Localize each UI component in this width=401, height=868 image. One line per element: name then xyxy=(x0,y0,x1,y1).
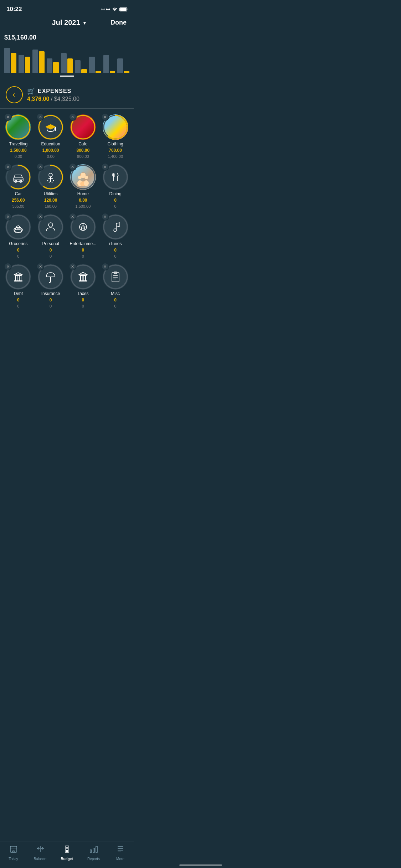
category-close-button[interactable]: ✕ xyxy=(36,163,44,171)
chart-bars xyxy=(4,44,129,73)
category-name-label: Home xyxy=(77,191,89,196)
category-name-label: Clothing xyxy=(108,141,123,146)
category-item[interactable]: ✕ Groceries00 xyxy=(3,214,34,258)
category-actual-amount: 0 xyxy=(17,298,20,303)
chevron-down-icon: ▼ xyxy=(82,20,87,26)
category-actual-amount: 120.00 xyxy=(44,198,57,203)
category-item[interactable]: ✕ Insurance00 xyxy=(35,264,66,308)
category-item[interactable]: ✕Cafe800.00900.00 xyxy=(68,114,99,159)
category-item[interactable]: ✕ Education1,000.000.00 xyxy=(35,114,66,159)
category-item[interactable]: ✕ Taxes00 xyxy=(68,264,99,308)
category-budget-amount: 1,500.00 xyxy=(75,204,91,208)
actual-bar xyxy=(124,71,129,73)
month-selector[interactable]: Jul 2021 ▼ xyxy=(52,19,87,27)
actual-bar xyxy=(39,51,45,73)
back-button[interactable]: ‹ xyxy=(6,86,23,103)
category-item[interactable]: ✕ Misc00 xyxy=(100,264,131,308)
battery-icon xyxy=(119,7,127,11)
category-budget-amount: 900.00 xyxy=(77,154,89,159)
categories-grid: ✕Travelling1,500.000.00✕ Education1,000.… xyxy=(3,114,131,308)
category-item[interactable]: ✕ Debt00 xyxy=(3,264,34,308)
category-circle-wrap: ✕ xyxy=(103,164,128,190)
actual-bar xyxy=(96,71,101,73)
category-name-label: Entertainme... xyxy=(70,241,97,246)
category-close-button[interactable]: ✕ xyxy=(69,163,77,171)
expenses-amounts: 4,376.00 / $4,325.00 xyxy=(27,96,79,102)
cart-icon: 🛒 xyxy=(27,87,35,95)
status-icons xyxy=(101,6,127,12)
category-name-label: Utilities xyxy=(44,191,58,196)
category-circle-wrap: ✕ xyxy=(70,114,96,140)
chart-total-amount: $15,160.00 xyxy=(4,34,129,41)
wifi-icon xyxy=(112,6,118,12)
bar-group xyxy=(89,57,101,73)
category-close-button[interactable]: ✕ xyxy=(101,113,109,121)
category-budget-amount: 1,400.00 xyxy=(108,154,123,159)
category-close-button[interactable]: ✕ xyxy=(69,263,77,270)
expenses-actual-amount: 4,376.00 xyxy=(27,96,49,102)
category-circle-wrap: ✕ xyxy=(70,214,96,240)
category-actual-amount: 1,500.00 xyxy=(10,148,27,153)
category-actual-amount: 0.00 xyxy=(79,198,87,203)
expenses-budget-value: $4,325.00 xyxy=(54,96,79,102)
category-actual-amount: 256.00 xyxy=(12,198,25,203)
category-item[interactable]: ✕ Dining00 xyxy=(100,164,131,208)
category-circle-wrap: ✕ xyxy=(38,264,63,290)
category-actual-amount: 0 xyxy=(114,198,117,203)
category-actual-amount: 0 xyxy=(50,298,52,303)
bar-group xyxy=(75,60,87,73)
category-name-label: iTunes xyxy=(109,241,122,246)
signal-dots xyxy=(101,9,110,10)
category-circle-wrap: ✕ xyxy=(70,164,96,190)
category-actual-amount: 1,000.00 xyxy=(42,148,59,153)
category-close-button[interactable]: ✕ xyxy=(36,113,44,121)
back-chevron-icon: ‹ xyxy=(12,90,15,99)
bar-group xyxy=(4,48,16,73)
category-budget-amount: 0.00 xyxy=(47,154,54,159)
category-close-button[interactable]: ✕ xyxy=(69,213,77,221)
category-item[interactable]: ✕Home0.001,500.00 xyxy=(68,164,99,208)
category-item[interactable]: ✕Clothing700.001,400.00 xyxy=(100,114,131,159)
category-circle-wrap: ✕ xyxy=(70,264,96,290)
category-close-button[interactable]: ✕ xyxy=(101,213,109,221)
actual-bar xyxy=(25,57,31,73)
category-item[interactable]: ✕ Car256.00365.00 xyxy=(3,164,34,208)
category-close-button[interactable]: ✕ xyxy=(36,263,44,270)
budget-bar xyxy=(89,57,95,73)
category-budget-amount: 0 xyxy=(50,254,52,258)
category-close-button[interactable]: ✕ xyxy=(69,113,77,121)
expenses-info: 🛒 EXPENSES 4,376.00 / $4,325.00 xyxy=(27,87,79,102)
budget-bar xyxy=(117,58,123,73)
category-item[interactable]: ✕ Entertainme...00 xyxy=(68,214,99,258)
category-actual-amount: 0 xyxy=(114,248,117,253)
category-actual-amount: 700.00 xyxy=(109,148,122,153)
expenses-title-row: 🛒 EXPENSES xyxy=(27,87,79,95)
done-button[interactable]: Done xyxy=(110,19,127,26)
category-actual-amount: 0 xyxy=(114,298,117,303)
category-budget-amount: 160.00 xyxy=(45,204,57,208)
category-item[interactable]: ✕ Personal00 xyxy=(35,214,66,258)
actual-bar xyxy=(81,69,87,73)
category-close-button[interactable]: ✕ xyxy=(36,213,44,221)
category-circle-wrap: ✕ xyxy=(103,264,128,290)
category-budget-amount: 0 xyxy=(17,304,19,308)
status-time: 10:22 xyxy=(6,6,22,13)
actual-bar xyxy=(53,62,59,73)
category-budget-amount: 365.00 xyxy=(12,204,25,208)
category-item[interactable]: ✕ Utilities120.00160.00 xyxy=(35,164,66,208)
category-item[interactable]: ✕Travelling1,500.000.00 xyxy=(3,114,34,159)
category-actual-amount: 0 xyxy=(17,248,20,253)
category-close-button[interactable]: ✕ xyxy=(101,163,109,171)
category-close-button[interactable]: ✕ xyxy=(101,263,109,270)
category-item[interactable]: ✕ iTunes00 xyxy=(100,214,131,258)
category-actual-amount: 0 xyxy=(82,248,84,253)
header: Jul 2021 ▼ Done xyxy=(0,16,134,31)
chart-area: $15,160.00 xyxy=(0,31,134,81)
category-budget-amount: 0 xyxy=(114,304,117,308)
category-circle-wrap: ✕ xyxy=(103,114,128,140)
budget-bar xyxy=(19,55,24,73)
category-name-label: Education xyxy=(41,141,60,146)
bar-group xyxy=(61,53,73,73)
category-name-label: Insurance xyxy=(41,291,60,296)
category-budget-amount: 0.00 xyxy=(15,154,22,159)
